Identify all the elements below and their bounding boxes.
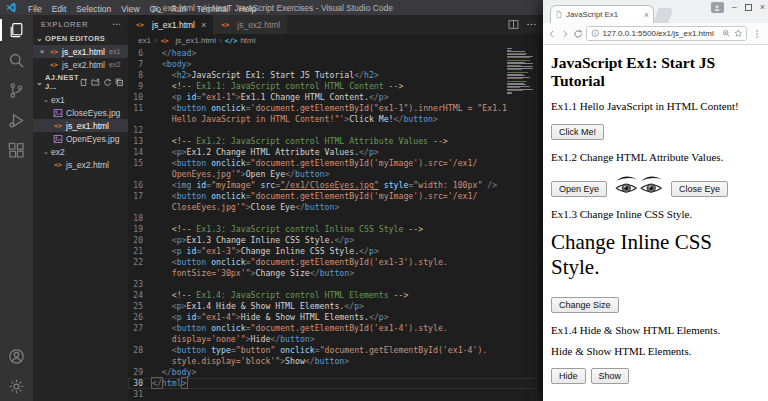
activity-run-debug[interactable] — [0, 105, 33, 135]
open-editor-js_ex2.html[interactable]: <>js_ex2.htmlex2 — [33, 58, 128, 71]
open-editor-js_ex1.html[interactable]: ×<>js_ex1.htmlex1 — [33, 45, 128, 58]
maximize-button[interactable] — [745, 4, 752, 11]
code-line-wrap[interactable]: style.display='block'">Show</button> — [128, 356, 545, 367]
tab-close-icon[interactable]: × — [201, 20, 206, 30]
refresh-small-icon[interactable] — [103, 78, 112, 87]
code-line-18[interactable]: 18 — [128, 213, 545, 224]
code-text — [152, 279, 172, 290]
browser-tab[interactable]: JavaScript Ex1 × — [550, 5, 654, 23]
change-size-button[interactable]: Change Size — [551, 297, 619, 313]
code-line-10[interactable]: 10 <p id="ex1-1">Ex1.1 Change HTML Conte… — [128, 92, 545, 103]
back-arrow-icon[interactable] — [547, 29, 557, 39]
menu-selection[interactable]: Selection — [71, 4, 116, 14]
more-actions-icon[interactable] — [526, 19, 537, 30]
menu-file[interactable]: File — [23, 4, 47, 14]
folder-item-ex1[interactable]: ⌄ex1 — [33, 93, 128, 106]
code-line-23[interactable]: 23 — [128, 279, 545, 290]
collapse-all-icon[interactable] — [115, 78, 124, 87]
code-line-15[interactable]: 15 <button onclick="document.getElementB… — [128, 158, 545, 169]
code-line-21[interactable]: 21 <p id="ex1-3">Change Inline CSS Style… — [128, 246, 545, 257]
zoom-icon[interactable] — [722, 29, 731, 38]
new-tab-button[interactable] — [653, 8, 674, 23]
line-number: 27 — [128, 323, 152, 334]
code-text: <!-- Ex1.3: JavaScript control Inline CS… — [152, 224, 423, 235]
project-section-header[interactable]: ⌄ AJ.NEST J... — [33, 71, 128, 93]
code-line-19[interactable]: 19 <!-- Ex1.3: JavaScript control Inline… — [128, 224, 545, 235]
code-line-wrap[interactable]: display='none'">Hide</button> — [128, 334, 545, 345]
open-editors-header[interactable]: ⌄ OPEN EDITORS — [33, 32, 128, 45]
code-line-wrap[interactable]: OpenEyes.jpg'">Open Eye</button> — [128, 169, 545, 180]
code-line-wrap[interactable]: CloseEyes.jpg'">Close Eye</button> — [128, 202, 545, 213]
editor-tab-js_ex1.html[interactable]: <>js_ex1.html× — [128, 15, 213, 34]
minimap[interactable] — [507, 48, 534, 96]
file-item-js_ex2.html[interactable]: <>js_ex2.html — [33, 158, 128, 171]
code-line-16[interactable]: 16 <img id="myImage" src="/ex1/CloseEyes… — [128, 180, 545, 191]
code-text: style.display='block'">Show</button> — [152, 356, 349, 367]
code-line-6[interactable]: 6 </head> — [128, 48, 545, 59]
breadcrumb-item-ex1[interactable]: ex1 — [138, 36, 151, 45]
activity-account[interactable] — [0, 341, 33, 371]
code-line-28[interactable]: 28 <button type="button" onclick="docume… — [128, 345, 545, 356]
close-button[interactable]: × — [760, 3, 765, 12]
code-line-14[interactable]: 14 <p>Ex1.2 Change HTML Attribute Values… — [128, 147, 545, 158]
breadcrumb-item-html[interactable]: html — [240, 36, 255, 45]
code-line-27[interactable]: 27 <button onclick="document.getElementB… — [128, 323, 545, 334]
code-editor[interactable]: 6 </head>7 <body>8 <h2>JavaScript Ex1: S… — [128, 47, 545, 401]
code-line-17[interactable]: 17 <button onclick="document.getElementB… — [128, 191, 545, 202]
minimize-button[interactable]: – — [732, 3, 737, 12]
file-item-OpenEyes.jpg[interactable]: OpenEyes.jpg — [33, 132, 128, 145]
menu-edit[interactable]: Edit — [47, 4, 72, 14]
code-line-29[interactable]: 29 </body> — [128, 367, 545, 378]
code-line-7[interactable]: 7 <body> — [128, 59, 545, 70]
activity-source-control[interactable] — [0, 75, 33, 105]
new-folder-icon[interactable] — [91, 78, 100, 87]
browser-menu-icon[interactable] — [750, 29, 764, 39]
star-icon[interactable] — [734, 29, 743, 38]
info-icon[interactable] — [591, 29, 600, 38]
forward-arrow-icon[interactable] — [560, 29, 570, 39]
code-line-8[interactable]: 8 <h2>JavaScript Ex1: Start JS Tutorial<… — [128, 70, 545, 81]
activity-explorer[interactable] — [0, 15, 33, 45]
hide-button[interactable]: Hide — [551, 368, 586, 384]
file-item-CloseEyes.jpg[interactable]: CloseEyes.jpg — [33, 106, 128, 119]
address-bar[interactable]: 127.0.0.1:5500/ex1/js_ex1.html — [586, 26, 747, 41]
menu-view[interactable]: View — [116, 4, 144, 14]
code-line-26[interactable]: 26 <p id="ex1-4">Hide & Show HTML Elemen… — [128, 312, 545, 323]
show-button[interactable]: Show — [591, 368, 630, 384]
code-line-30[interactable]: 30</html> — [128, 378, 545, 389]
tab-close-icon[interactable]: × — [644, 10, 649, 20]
file-name: js_ex2.html — [66, 160, 109, 170]
file-item-js_ex1.html[interactable]: <>js_ex1.html — [33, 119, 128, 132]
close-editor-icon[interactable]: × — [37, 47, 47, 56]
activity-extensions[interactable] — [0, 135, 33, 165]
explorer-more-actions[interactable]: ⋯ — [112, 19, 122, 29]
breadcrumb-item-js_ex1.html[interactable]: js_ex1.html — [176, 36, 216, 45]
chevron-down-icon: ⌄ — [36, 78, 43, 87]
code-line-wrap[interactable]: fontSize='30px'">Change Size</button> — [128, 268, 545, 279]
line-number: 12 — [128, 125, 152, 136]
activity-manage[interactable] — [0, 371, 33, 401]
code-line-20[interactable]: 20 <p>Ex1.3 Change Inline CSS Style.</p> — [128, 235, 545, 246]
vscode-titlebar: FileEditSelectionViewGoRunTerminalHelp j… — [0, 0, 545, 15]
folder-item-ex2[interactable]: ⌄ex2 — [33, 145, 128, 158]
code-line-12[interactable]: 12 — [128, 125, 545, 136]
code-line-31[interactable]: 31 — [128, 389, 545, 400]
code-line-9[interactable]: 9 <!-- Ex1.1: JavaScript control HTML Co… — [128, 81, 545, 92]
refresh-icon[interactable] — [573, 29, 583, 39]
click-me-button[interactable]: Click Me! — [551, 124, 604, 140]
new-file-icon[interactable] — [79, 78, 88, 87]
breadcrumb[interactable]: ex1›<>js_ex1.html›</>html — [128, 34, 545, 47]
profile-avatar[interactable] — [711, 2, 724, 13]
code-line-22[interactable]: 22 <button onclick="document.getElementB… — [128, 257, 545, 268]
activity-search[interactable] — [0, 45, 33, 75]
split-editor-icon[interactable] — [508, 19, 519, 30]
code-line-13[interactable]: 13 <!-- Ex1.2: JavaScript control HTML A… — [128, 136, 545, 147]
url-text[interactable]: 127.0.0.1:5500/ex1/js_ex1.html — [603, 29, 720, 38]
editor-tab-js_ex2.html[interactable]: <>js_ex2.html — [213, 15, 287, 34]
close-eye-button[interactable]: Close Eye — [671, 181, 728, 197]
code-line-wrap[interactable]: Hello JavaScript in HTML Content!"'>Clic… — [128, 114, 545, 125]
open-eye-button[interactable]: Open Eye — [551, 181, 607, 197]
code-line-24[interactable]: 24 <!-- Ex1.4: JavaScript control HTML E… — [128, 290, 545, 301]
code-line-11[interactable]: 11 <button onclick='document.getElementB… — [128, 103, 545, 114]
code-line-25[interactable]: 25 <p>Ex1.4 Hide & Show HTML Elements.</… — [128, 301, 545, 312]
